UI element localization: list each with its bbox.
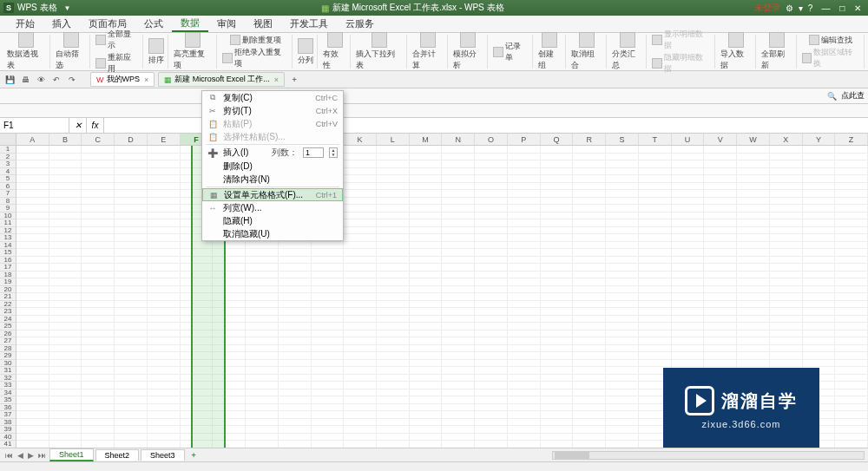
cell[interactable] [410, 190, 443, 198]
cell[interactable] [803, 278, 836, 286]
cell[interactable] [344, 426, 377, 434]
cell[interactable] [377, 286, 410, 294]
cell[interactable] [475, 286, 508, 294]
cell[interactable] [475, 271, 508, 279]
cell[interactable] [606, 330, 639, 338]
cell[interactable] [737, 213, 770, 220]
cell[interactable] [312, 389, 345, 397]
cell[interactable] [16, 301, 49, 309]
cell[interactable] [82, 183, 115, 191]
cell[interactable] [442, 160, 475, 168]
cell[interactable] [344, 190, 377, 198]
cell[interactable] [312, 396, 345, 404]
menu-tab-cloud[interactable]: 云服务 [337, 16, 383, 32]
cell[interactable] [49, 242, 82, 250]
name-box[interactable]: F1 [0, 118, 69, 133]
cell[interactable] [181, 286, 214, 294]
cell[interactable] [573, 345, 606, 353]
cell[interactable] [49, 375, 82, 383]
cell[interactable] [573, 213, 606, 220]
sheet-tab-3[interactable]: Sheet3 [141, 449, 185, 461]
cell[interactable] [606, 257, 639, 265]
cell[interactable] [16, 389, 49, 397]
cell[interactable] [704, 360, 737, 368]
cell[interactable] [606, 316, 639, 324]
cell[interactable] [475, 175, 508, 183]
cell[interactable] [213, 396, 246, 404]
cell[interactable] [639, 316, 672, 324]
cell[interactable] [312, 419, 345, 427]
cell[interactable] [770, 293, 803, 301]
cell[interactable] [49, 396, 82, 404]
cell[interactable] [16, 168, 49, 176]
cell[interactable] [16, 382, 49, 389]
cell[interactable] [377, 293, 410, 301]
cell[interactable] [573, 308, 606, 316]
cell[interactable] [213, 271, 246, 279]
cell[interactable] [541, 278, 574, 286]
cell[interactable] [377, 382, 410, 389]
cell[interactable] [279, 419, 312, 427]
cell[interactable] [508, 316, 541, 324]
cell[interactable] [508, 219, 541, 227]
cell[interactable] [803, 146, 836, 154]
cell[interactable] [835, 389, 868, 397]
cell[interactable] [541, 198, 574, 206]
cell[interactable] [672, 249, 705, 257]
cell[interactable] [279, 257, 312, 265]
cell[interactable] [835, 301, 868, 309]
cell[interactable] [573, 330, 606, 338]
cell[interactable] [835, 146, 868, 154]
cell[interactable] [573, 219, 606, 227]
cell[interactable] [246, 360, 279, 368]
cell[interactable] [704, 301, 737, 309]
cell[interactable] [115, 227, 148, 235]
cell[interactable] [213, 301, 246, 309]
cell[interactable] [312, 337, 345, 345]
cell[interactable] [16, 213, 49, 220]
cell[interactable] [803, 175, 836, 183]
cell[interactable] [442, 183, 475, 191]
ribbon-insertdd[interactable]: 插入下拉列表 [352, 35, 407, 69]
close-button[interactable]: ✕ [851, 3, 865, 13]
cell[interactable] [508, 278, 541, 286]
cell[interactable] [573, 389, 606, 397]
scrollbar-thumb[interactable] [555, 452, 589, 459]
cell[interactable] [442, 213, 475, 220]
cell[interactable] [213, 375, 246, 383]
cell[interactable] [148, 183, 181, 191]
cell[interactable] [410, 301, 443, 309]
cell[interactable] [148, 219, 181, 227]
cell[interactable] [213, 411, 246, 419]
cell[interactable] [148, 396, 181, 404]
cell[interactable] [82, 434, 115, 442]
cell[interactable] [672, 227, 705, 235]
cell[interactable] [148, 146, 181, 154]
cell[interactable] [770, 160, 803, 168]
cell[interactable] [737, 278, 770, 286]
cell[interactable] [148, 389, 181, 397]
cell[interactable] [770, 278, 803, 286]
cell[interactable] [442, 146, 475, 154]
ctx-copy[interactable]: ⧉复制(C)Ctrl+C [202, 91, 343, 104]
cell[interactable] [213, 323, 246, 330]
cell[interactable] [181, 316, 214, 324]
cell[interactable] [82, 375, 115, 383]
cell[interactable] [213, 389, 246, 397]
cell[interactable] [115, 205, 148, 213]
cell[interactable] [115, 234, 148, 242]
cell[interactable] [410, 337, 443, 345]
cell[interactable] [16, 227, 49, 235]
cell[interactable] [344, 352, 377, 360]
cell[interactable] [508, 426, 541, 434]
cell[interactable] [475, 404, 508, 412]
cell[interactable] [344, 396, 377, 404]
column-header[interactable]: Z [835, 134, 868, 145]
cell[interactable] [639, 213, 672, 220]
cell[interactable] [16, 434, 49, 442]
ctx-format-cells[interactable]: ▦设置单元格格式(F)...Ctrl+1 [202, 188, 343, 201]
cell[interactable] [704, 242, 737, 250]
cell[interactable] [573, 271, 606, 279]
cell[interactable] [344, 360, 377, 368]
cell[interactable] [573, 198, 606, 206]
